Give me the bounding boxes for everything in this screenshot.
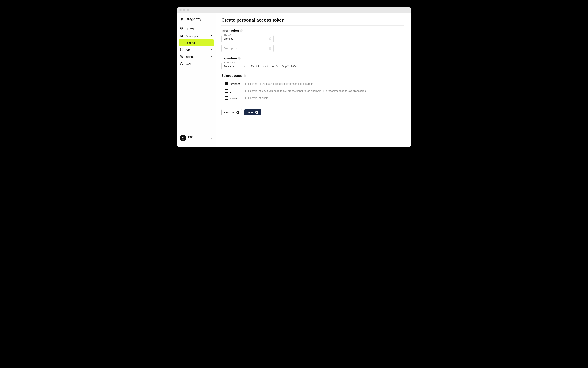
section-information: Information ? bbox=[222, 29, 404, 33]
sidebar-item-cluster[interactable]: Cluster bbox=[177, 25, 216, 32]
svg-line-2 bbox=[182, 18, 183, 19]
scope-desc: Full control of preheating, it's used fo… bbox=[245, 82, 313, 85]
sidebar-item-job[interactable]: Job bbox=[177, 46, 216, 53]
brand-name: Dragonfly bbox=[186, 17, 201, 21]
cluster-icon bbox=[180, 27, 183, 31]
section-scopes: Select scopes ? bbox=[222, 74, 404, 78]
job-icon bbox=[180, 48, 183, 51]
cancel-icon bbox=[236, 111, 239, 114]
chevron-down-icon bbox=[210, 48, 213, 51]
sidebar: Dragonfly Cluster bbox=[177, 13, 216, 147]
code-icon bbox=[180, 34, 183, 38]
section-heading: Information bbox=[222, 29, 239, 33]
button-row: Cancel Save bbox=[222, 109, 404, 115]
section-heading: Expiration bbox=[222, 56, 237, 60]
scope-desc: Full control of job. If you need to call… bbox=[245, 89, 366, 92]
svg-point-14 bbox=[181, 63, 182, 64]
main-content: Create personal access token Information… bbox=[216, 13, 411, 147]
description-field[interactable]: Description ? bbox=[222, 45, 274, 52]
save-button-label: Save bbox=[247, 111, 254, 114]
help-icon[interactable]: ? bbox=[269, 37, 271, 40]
description-field-placeholder: Description bbox=[224, 47, 237, 50]
expiration-select-label: Expiration * bbox=[223, 62, 235, 64]
sidebar-nav: Cluster Developer Tokens bbox=[177, 25, 216, 132]
sidebar-user[interactable]: root - bbox=[177, 132, 216, 147]
svg-line-9 bbox=[181, 35, 182, 37]
svg-rect-7 bbox=[180, 29, 181, 30]
user-icon bbox=[180, 62, 183, 65]
sort-icon bbox=[210, 136, 213, 140]
cancel-button[interactable]: Cancel bbox=[222, 109, 242, 115]
scopes-list: preheat Full control of preheating, it's… bbox=[222, 80, 404, 101]
svg-line-12 bbox=[182, 57, 183, 58]
expiration-select-value: 10 years bbox=[224, 65, 234, 68]
svg-marker-16 bbox=[244, 66, 245, 67]
help-icon[interactable]: ? bbox=[269, 47, 271, 50]
checkbox-preheat[interactable] bbox=[225, 82, 228, 85]
svg-rect-10 bbox=[180, 48, 183, 51]
traffic-close-icon[interactable] bbox=[179, 9, 182, 11]
svg-rect-6 bbox=[182, 28, 183, 28]
chevron-down-icon bbox=[210, 55, 213, 58]
save-button[interactable]: Save bbox=[244, 109, 261, 115]
check-icon bbox=[255, 111, 258, 114]
user-name: root bbox=[188, 135, 193, 138]
page-title: Create personal access token bbox=[222, 18, 404, 26]
scope-row-preheat: preheat Full control of preheating, it's… bbox=[225, 80, 404, 87]
caret-down-icon bbox=[244, 65, 245, 68]
avatar bbox=[180, 135, 186, 141]
traffic-max-icon[interactable] bbox=[187, 9, 189, 11]
section-heading: Select scopes bbox=[222, 74, 242, 78]
sidebar-item-label: Insight bbox=[185, 55, 194, 58]
sidebar-item-label: Cluster bbox=[185, 27, 194, 30]
svg-rect-8 bbox=[182, 29, 183, 30]
scope-row-job: job Full control of job. If you need to … bbox=[225, 87, 404, 94]
scope-name: preheat bbox=[230, 82, 243, 85]
sidebar-item-tokens[interactable]: Tokens bbox=[179, 39, 214, 46]
insight-icon bbox=[180, 55, 183, 58]
scope-row-cluster: cluster Full control of cluster. bbox=[225, 94, 404, 101]
checkbox-cluster[interactable] bbox=[225, 96, 228, 100]
sidebar-item-label: Developer bbox=[185, 35, 198, 38]
svg-rect-5 bbox=[180, 28, 181, 28]
help-icon[interactable]: ? bbox=[240, 29, 243, 32]
cancel-button-label: Cancel bbox=[224, 111, 235, 114]
sidebar-item-developer[interactable]: Developer bbox=[177, 32, 216, 39]
sidebar-item-label: User bbox=[185, 62, 191, 65]
sidebar-item-user[interactable]: User bbox=[177, 60, 216, 67]
divider bbox=[222, 106, 404, 106]
scope-name: job bbox=[230, 89, 243, 92]
checkbox-job[interactable] bbox=[225, 89, 228, 92]
dragonfly-logo-icon bbox=[180, 17, 184, 21]
name-field[interactable]: Name * preheat ? bbox=[222, 35, 274, 42]
user-subtitle: - bbox=[188, 138, 193, 141]
name-field-value: preheat bbox=[224, 37, 232, 40]
scope-name: cluster bbox=[230, 96, 243, 100]
window-titlebar bbox=[177, 8, 411, 13]
section-expiration: Expiration ? bbox=[222, 56, 404, 60]
user-block: root - bbox=[188, 135, 193, 140]
app-window: Dragonfly Cluster bbox=[177, 8, 411, 147]
sidebar-item-label: Tokens bbox=[185, 41, 195, 44]
brand: Dragonfly bbox=[177, 16, 216, 25]
sidebar-item-label: Job bbox=[185, 48, 190, 51]
svg-line-1 bbox=[180, 18, 182, 19]
svg-point-15 bbox=[182, 137, 184, 138]
traffic-min-icon[interactable] bbox=[183, 9, 185, 11]
name-field-label: Name * bbox=[223, 34, 232, 36]
chevron-up-icon bbox=[210, 35, 213, 38]
help-icon[interactable]: ? bbox=[244, 74, 246, 77]
help-icon[interactable]: ? bbox=[238, 57, 241, 60]
scope-desc: Full control of cluster. bbox=[245, 96, 270, 100]
expiration-note: The token expires on Sun, Sep 24 2034. bbox=[251, 65, 298, 68]
sidebar-item-insight[interactable]: Insight bbox=[177, 53, 216, 60]
expiration-select[interactable]: Expiration * 10 years bbox=[222, 63, 248, 70]
